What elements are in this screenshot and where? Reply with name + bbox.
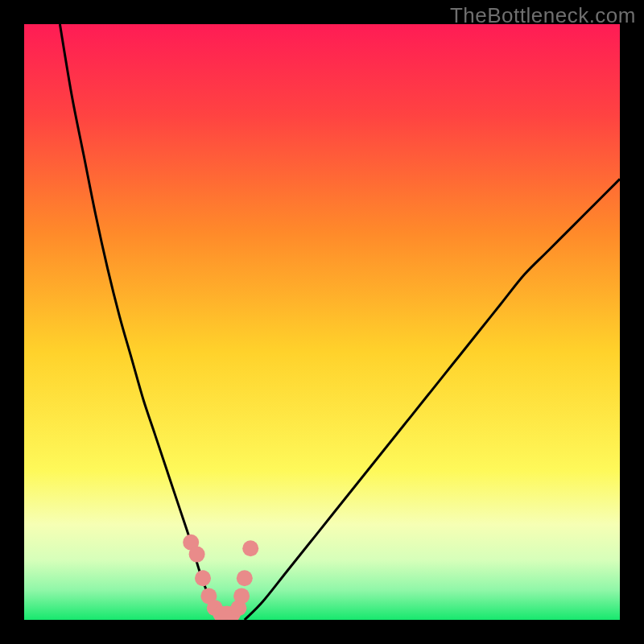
marker-group <box>183 535 258 620</box>
left-curve <box>60 24 221 620</box>
chart-frame: TheBottleneck.com <box>0 0 644 644</box>
right-curve <box>245 179 620 620</box>
plot-area <box>24 24 620 620</box>
marker-point <box>242 540 258 556</box>
marker-point <box>195 570 211 586</box>
curve-layer <box>24 24 620 620</box>
marker-point <box>189 547 205 563</box>
marker-point <box>237 570 253 586</box>
marker-point <box>233 588 250 604</box>
watermark-text: TheBottleneck.com <box>450 3 636 28</box>
